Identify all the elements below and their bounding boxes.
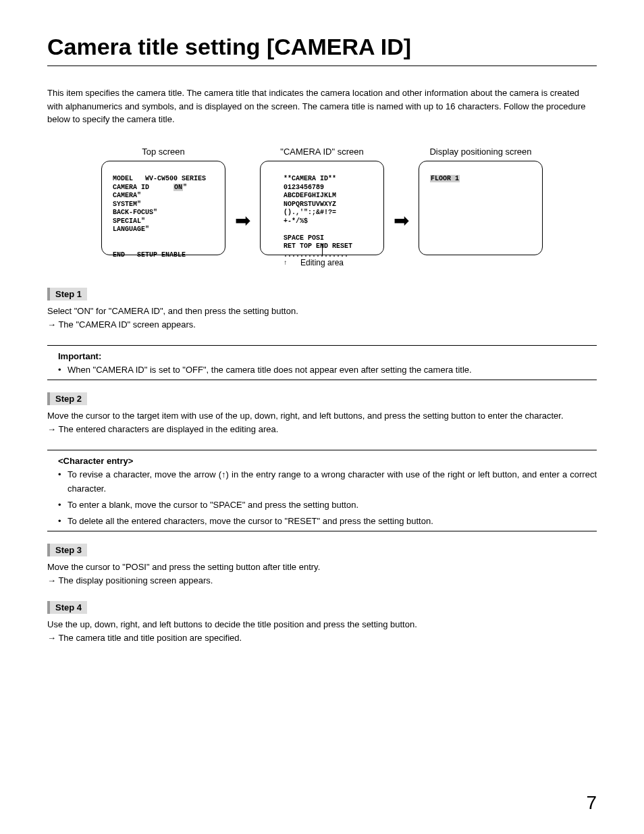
cam-screen-label: "CAMERA ID" screen xyxy=(280,147,363,157)
page-number: 7 xyxy=(586,792,597,814)
step1-body: Select "ON" for "CAMERA ID", and then pr… xyxy=(47,305,597,332)
page-title: Camera title setting [CAMERA ID] xyxy=(47,34,597,60)
t-l5: BACK-FOCUS" xyxy=(109,209,157,216)
rule xyxy=(47,380,597,380)
editing-pointer-line xyxy=(322,244,323,256)
c-l1: **CAMERA ID** xyxy=(267,175,336,182)
top-screen-label: Top screen xyxy=(142,147,185,157)
t-l2c: " xyxy=(183,184,187,191)
pos-screen-label: Display positioning screen xyxy=(429,147,531,157)
important-bullet: When "CAMERA ID" is set to "OFF", the ca… xyxy=(68,363,597,377)
step4-head: Step 4 xyxy=(47,601,87,614)
pos-screen-col: Display positioning screen FLOOR 1 xyxy=(419,147,543,255)
step1-result: The "CAMERA ID" screen appears. xyxy=(47,318,597,332)
rule xyxy=(47,450,597,450)
intro-paragraph: This item specifies the camera title. Th… xyxy=(47,86,597,126)
charentry-b2: To enter a blank, move the cursor to "SP… xyxy=(68,498,597,512)
t-l1: MODEL WV-CW500 SERIES xyxy=(109,175,206,182)
step2-head: Step 2 xyxy=(47,392,87,405)
t-l4: SYSTEM" xyxy=(109,201,141,208)
c-l4: NOPQRSTUVWXYZ xyxy=(267,201,336,208)
charentry-block: <Character entry> To revise a character,… xyxy=(47,450,597,531)
c-l6: +-*/%$ xyxy=(267,217,308,225)
step2-result: The entered characters are displayed in … xyxy=(47,423,597,436)
arrow-right-icon: ➡ xyxy=(235,209,250,232)
top-screen-box: MODEL WV-CW500 SERIES CAMERA ID ON" CAME… xyxy=(101,161,225,255)
c-l2: 0123456789 xyxy=(267,184,324,191)
rule xyxy=(47,345,597,346)
arrow-right-icon: ➡ xyxy=(394,209,409,232)
c-dots: ................ xyxy=(267,251,348,259)
step3-text: Move the cursor to "POSI" and press the … xyxy=(47,561,597,574)
t-l10: END SETUP ENABLE xyxy=(109,251,186,259)
c-l3: ABCDEFGHIJKLM xyxy=(267,192,336,199)
top-screen-col: Top screen MODEL WV-CW500 SERIES CAMERA … xyxy=(101,147,225,255)
t-l2a: CAMERA ID xyxy=(109,184,173,191)
step2-body: Move the cursor to the target item with … xyxy=(47,409,597,436)
step3-body: Move the cursor to "POSI" and press the … xyxy=(47,561,597,588)
c-l8: SPACE POSI xyxy=(267,234,324,242)
c-l9: RET TOP END RESET xyxy=(267,242,352,250)
step1-text: Select "ON" for "CAMERA ID", and then pr… xyxy=(47,305,597,318)
c-caret: ↑ xyxy=(267,259,288,267)
important-block: Important: When "CAMERA ID" is set to "O… xyxy=(47,345,597,380)
charentry-head: <Character entry> xyxy=(55,456,136,466)
rule xyxy=(47,531,597,531)
p-l1b: FLOOR 1 xyxy=(430,175,460,182)
step1-head: Step 1 xyxy=(47,288,87,301)
important-head: Important: xyxy=(55,351,104,361)
screens-row: Top screen MODEL WV-CW500 SERIES CAMERA … xyxy=(47,147,597,267)
t-l3: CAMERA" xyxy=(109,192,141,199)
step2-text: Move the cursor to the target item with … xyxy=(47,409,597,423)
step4-text: Use the up, down, right, and left button… xyxy=(47,618,597,631)
t-l7: LANGUAGE" xyxy=(109,226,149,233)
pos-screen-box: FLOOR 1 xyxy=(419,161,543,255)
title-rule xyxy=(47,66,597,66)
cam-screen-col: "CAMERA ID" screen **CAMERA ID** 0123456… xyxy=(260,147,384,267)
cam-screen-box: **CAMERA ID** 0123456789 ABCDEFGHIJKLM N… xyxy=(260,161,384,255)
step3-result: The display positioning screen appears. xyxy=(47,574,597,588)
c-l5: ().,'":;&#!?= xyxy=(267,209,336,216)
step4-result: The camera title and title position are … xyxy=(47,631,597,645)
charentry-b3: To delete all the entered characters, mo… xyxy=(68,515,597,528)
charentry-b1: To revise a character, move the arrow (↑… xyxy=(68,468,597,495)
t-l6: SPECIAL" xyxy=(109,217,145,225)
step4-body: Use the up, down, right, and left button… xyxy=(47,618,597,645)
step3-head: Step 3 xyxy=(47,544,87,556)
t-l2b: ON xyxy=(173,184,183,191)
